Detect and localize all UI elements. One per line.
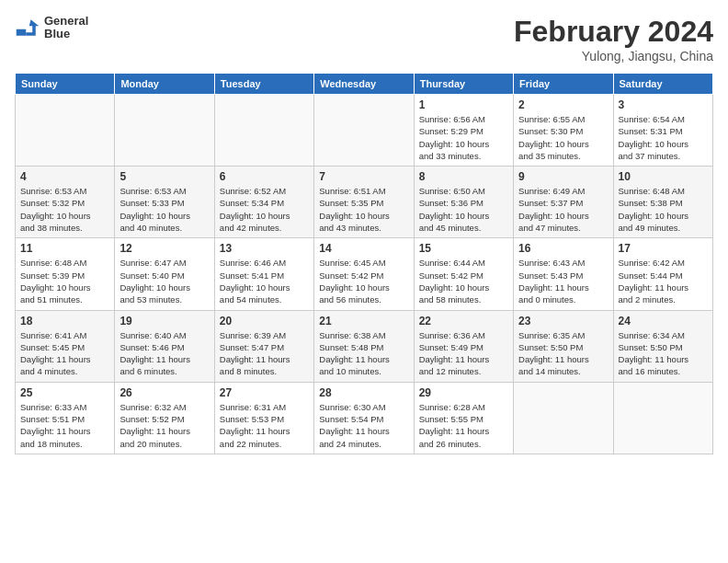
day-number: 29 xyxy=(419,386,508,399)
logo-text: General Blue xyxy=(44,15,88,41)
day-number: 18 xyxy=(20,315,109,327)
calendar-cell: 5Sunrise: 6:53 AM Sunset: 5:33 PM Daylig… xyxy=(115,167,214,238)
calendar-cell: 6Sunrise: 6:52 AM Sunset: 5:34 PM Daylig… xyxy=(214,167,313,238)
weekday-header: Monday xyxy=(115,74,214,95)
day-info: Sunrise: 6:52 AM Sunset: 5:34 PM Dayligh… xyxy=(220,185,309,234)
day-info: Sunrise: 6:41 AM Sunset: 5:45 PM Dayligh… xyxy=(20,329,109,378)
calendar-cell: 13Sunrise: 6:46 AM Sunset: 5:41 PM Dayli… xyxy=(214,238,313,310)
calendar-cell: 22Sunrise: 6:36 AM Sunset: 5:49 PM Dayli… xyxy=(414,310,513,382)
logo-line1: General xyxy=(44,15,88,28)
calendar-cell: 10Sunrise: 6:48 AM Sunset: 5:38 PM Dayli… xyxy=(613,167,712,238)
day-info: Sunrise: 6:43 AM Sunset: 5:43 PM Dayligh… xyxy=(518,257,608,305)
day-number: 9 xyxy=(518,170,608,183)
day-number: 16 xyxy=(518,242,608,255)
weekday-header: Friday xyxy=(514,74,613,95)
calendar-week-row: 18Sunrise: 6:41 AM Sunset: 5:45 PM Dayli… xyxy=(16,310,713,382)
weekday-header: Saturday xyxy=(613,74,712,95)
calendar-cell: 25Sunrise: 6:33 AM Sunset: 5:51 PM Dayli… xyxy=(16,382,115,454)
day-info: Sunrise: 6:48 AM Sunset: 5:39 PM Dayligh… xyxy=(20,257,109,305)
calendar-cell: 29Sunrise: 6:28 AM Sunset: 5:55 PM Dayli… xyxy=(414,382,513,454)
calendar-cell: 7Sunrise: 6:51 AM Sunset: 5:35 PM Daylig… xyxy=(314,167,414,238)
day-info: Sunrise: 6:55 AM Sunset: 5:30 PM Dayligh… xyxy=(518,113,608,162)
calendar-cell xyxy=(16,95,115,167)
day-info: Sunrise: 6:44 AM Sunset: 5:42 PM Dayligh… xyxy=(419,257,508,305)
weekday-header: Sunday xyxy=(16,74,115,95)
day-number: 21 xyxy=(319,315,408,327)
svg-rect-2 xyxy=(17,29,27,36)
calendar-cell: 4Sunrise: 6:53 AM Sunset: 5:32 PM Daylig… xyxy=(16,167,115,238)
day-number: 7 xyxy=(319,170,408,183)
day-info: Sunrise: 6:34 AM Sunset: 5:50 PM Dayligh… xyxy=(619,329,708,378)
calendar-week-row: 11Sunrise: 6:48 AM Sunset: 5:39 PM Dayli… xyxy=(16,238,713,310)
day-number: 17 xyxy=(619,242,708,255)
day-info: Sunrise: 6:50 AM Sunset: 5:36 PM Dayligh… xyxy=(419,185,508,234)
calendar-body: 1Sunrise: 6:56 AM Sunset: 5:29 PM Daylig… xyxy=(16,95,713,454)
day-info: Sunrise: 6:35 AM Sunset: 5:50 PM Dayligh… xyxy=(518,329,608,378)
calendar-table: SundayMondayTuesdayWednesdayThursdayFrid… xyxy=(15,73,713,454)
calendar-cell xyxy=(514,382,613,454)
day-number: 15 xyxy=(419,242,508,255)
day-info: Sunrise: 6:38 AM Sunset: 5:48 PM Dayligh… xyxy=(319,329,408,378)
calendar-cell: 9Sunrise: 6:49 AM Sunset: 5:37 PM Daylig… xyxy=(514,167,613,238)
calendar-cell: 23Sunrise: 6:35 AM Sunset: 5:50 PM Dayli… xyxy=(514,310,613,382)
day-info: Sunrise: 6:31 AM Sunset: 5:53 PM Dayligh… xyxy=(220,401,309,450)
day-info: Sunrise: 6:47 AM Sunset: 5:40 PM Dayligh… xyxy=(119,257,209,305)
calendar-cell: 27Sunrise: 6:31 AM Sunset: 5:53 PM Dayli… xyxy=(214,382,313,454)
day-number: 1 xyxy=(419,98,508,111)
calendar-cell: 26Sunrise: 6:32 AM Sunset: 5:52 PM Dayli… xyxy=(115,382,214,454)
month-title: February 2024 xyxy=(514,15,713,49)
calendar-cell: 8Sunrise: 6:50 AM Sunset: 5:36 PM Daylig… xyxy=(414,167,513,238)
day-info: Sunrise: 6:48 AM Sunset: 5:38 PM Dayligh… xyxy=(619,185,708,234)
calendar-cell xyxy=(115,95,214,167)
day-number: 11 xyxy=(20,242,109,255)
day-number: 3 xyxy=(619,98,708,111)
calendar-cell: 21Sunrise: 6:38 AM Sunset: 5:48 PM Dayli… xyxy=(314,310,414,382)
calendar-cell: 28Sunrise: 6:30 AM Sunset: 5:54 PM Dayli… xyxy=(314,382,414,454)
day-number: 5 xyxy=(119,170,209,183)
calendar-cell: 14Sunrise: 6:45 AM Sunset: 5:42 PM Dayli… xyxy=(314,238,414,310)
day-info: Sunrise: 6:30 AM Sunset: 5:54 PM Dayligh… xyxy=(319,401,408,450)
day-number: 4 xyxy=(20,170,109,183)
title-area: February 2024 Yulong, Jiangsu, China xyxy=(514,15,713,63)
day-info: Sunrise: 6:49 AM Sunset: 5:37 PM Dayligh… xyxy=(518,185,608,234)
calendar-cell: 17Sunrise: 6:42 AM Sunset: 5:44 PM Dayli… xyxy=(613,238,712,310)
day-number: 23 xyxy=(518,315,608,327)
day-number: 27 xyxy=(220,386,309,399)
day-info: Sunrise: 6:28 AM Sunset: 5:55 PM Dayligh… xyxy=(419,401,508,450)
day-number: 13 xyxy=(220,242,309,255)
day-number: 14 xyxy=(319,242,408,255)
day-number: 24 xyxy=(619,315,708,327)
weekday-header: Tuesday xyxy=(214,74,313,95)
weekday-header: Thursday xyxy=(414,74,513,95)
svg-rect-0 xyxy=(15,15,40,40)
page-header: General Blue February 2024 Yulong, Jiang… xyxy=(15,15,713,63)
day-info: Sunrise: 6:40 AM Sunset: 5:46 PM Dayligh… xyxy=(119,329,209,378)
calendar-cell: 16Sunrise: 6:43 AM Sunset: 5:43 PM Dayli… xyxy=(514,238,613,310)
day-number: 20 xyxy=(220,315,309,327)
day-info: Sunrise: 6:56 AM Sunset: 5:29 PM Dayligh… xyxy=(419,113,508,162)
day-info: Sunrise: 6:53 AM Sunset: 5:33 PM Dayligh… xyxy=(119,185,209,234)
calendar-header: SundayMondayTuesdayWednesdayThursdayFrid… xyxy=(16,74,713,95)
weekday-row: SundayMondayTuesdayWednesdayThursdayFrid… xyxy=(16,74,713,95)
day-info: Sunrise: 6:51 AM Sunset: 5:35 PM Dayligh… xyxy=(319,185,408,234)
calendar-week-row: 4Sunrise: 6:53 AM Sunset: 5:32 PM Daylig… xyxy=(16,167,713,238)
day-number: 28 xyxy=(319,386,408,399)
calendar-cell: 1Sunrise: 6:56 AM Sunset: 5:29 PM Daylig… xyxy=(414,95,513,167)
day-info: Sunrise: 6:45 AM Sunset: 5:42 PM Dayligh… xyxy=(319,257,408,305)
calendar-week-row: 25Sunrise: 6:33 AM Sunset: 5:51 PM Dayli… xyxy=(16,382,713,454)
day-info: Sunrise: 6:54 AM Sunset: 5:31 PM Dayligh… xyxy=(619,113,708,162)
logo: General Blue xyxy=(15,15,88,41)
day-number: 12 xyxy=(119,242,209,255)
calendar-cell: 12Sunrise: 6:47 AM Sunset: 5:40 PM Dayli… xyxy=(115,238,214,310)
day-number: 6 xyxy=(220,170,309,183)
calendar-cell xyxy=(314,95,414,167)
calendar-cell: 11Sunrise: 6:48 AM Sunset: 5:39 PM Dayli… xyxy=(16,238,115,310)
calendar-cell: 18Sunrise: 6:41 AM Sunset: 5:45 PM Dayli… xyxy=(16,310,115,382)
calendar-cell: 3Sunrise: 6:54 AM Sunset: 5:31 PM Daylig… xyxy=(613,95,712,167)
day-number: 19 xyxy=(119,315,209,327)
day-info: Sunrise: 6:32 AM Sunset: 5:52 PM Dayligh… xyxy=(119,401,209,450)
location: Yulong, Jiangsu, China xyxy=(514,49,713,63)
day-number: 2 xyxy=(518,98,608,111)
day-info: Sunrise: 6:53 AM Sunset: 5:32 PM Dayligh… xyxy=(20,185,109,234)
day-info: Sunrise: 6:33 AM Sunset: 5:51 PM Dayligh… xyxy=(20,401,109,450)
